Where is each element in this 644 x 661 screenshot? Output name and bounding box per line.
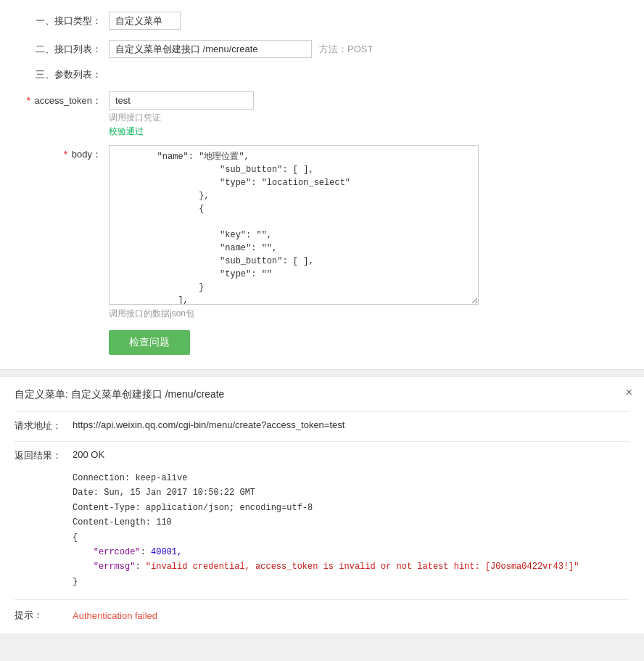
field-name-access-token: access_token： xyxy=(35,95,102,106)
divider1 xyxy=(15,411,629,412)
section1-label: 一、接口类型： xyxy=(15,15,109,28)
result-panel: 自定义菜单: 自定义菜单创建接口 /menu/create × 请求地址： ht… xyxy=(0,376,644,633)
validate-pass-text: 校验通过 xyxy=(109,126,254,138)
result-title: 自定义菜单: 自定义菜单创建接口 /menu/create xyxy=(15,388,629,401)
required-star: * xyxy=(27,95,30,106)
json-close-brace: } xyxy=(73,575,629,589)
request-label: 请求地址： xyxy=(15,419,73,432)
resp-content-length: Content-Length: 110 xyxy=(73,515,629,530)
resp-content-type: Content-Type: application/json; encoding… xyxy=(73,501,629,515)
body-label: * body： xyxy=(15,145,109,161)
body-required-star: * xyxy=(64,149,67,160)
request-url: https://api.weixin.qq.com/cgi-bin/menu/c… xyxy=(73,419,344,430)
hint-row: 提示： Authentication failed xyxy=(15,599,629,622)
json-errcode-value: 40001, xyxy=(151,547,182,557)
close-button[interactable]: × xyxy=(626,387,632,398)
section2-row: 二、接口列表： 自定义菜单创建接口 /menu/create自定义菜单查询接口 … xyxy=(15,40,629,58)
body-row: * body： "name": "地理位置", "sub_button": [ … xyxy=(15,145,629,320)
json-errcode-line: "errcode": 40001, xyxy=(73,545,629,559)
access-token-hint: 调用接口凭证 xyxy=(109,112,254,124)
resp-date: Date: Sun, 15 Jan 2017 10:50:22 GMT xyxy=(73,485,629,500)
method-label: 方法：POST xyxy=(319,43,373,56)
return-label: 返回结果： xyxy=(15,449,73,462)
return-result-row: 返回结果： 200 OK xyxy=(15,449,629,462)
body-textarea[interactable]: "name": "地理位置", "sub_button": [ ], "type… xyxy=(109,145,479,305)
section3-row: 三、参数列表： xyxy=(15,68,629,81)
body-content: "name": "地理位置", "sub_button": [ ], "type… xyxy=(109,145,479,320)
return-status: 200 OK xyxy=(73,449,104,460)
section2-label: 二、接口列表： xyxy=(15,43,109,56)
divider2 xyxy=(15,441,629,442)
access-token-content: 调用接口凭证 校验通过 xyxy=(109,91,254,138)
section1-row: 一、接口类型： 自定义菜单 基础接口 消息管理 xyxy=(15,12,629,30)
api-select-wrapper: 自定义菜单创建接口 /menu/create自定义菜单查询接口 /menu/ge… xyxy=(109,40,312,58)
json-errmsg-value: "invalid credential, access_token is inv… xyxy=(146,562,579,572)
type-select-wrapper: 自定义菜单 基础接口 消息管理 xyxy=(109,12,181,30)
access-token-row: * access_token： 调用接口凭证 校验通过 xyxy=(15,91,629,138)
body-hint: 调用接口的数据json包 xyxy=(109,308,479,320)
request-row: 请求地址： https://api.weixin.qq.com/cgi-bin/… xyxy=(15,419,629,432)
top-panel: 一、接口类型： 自定义菜单 基础接口 消息管理 二、接口列表： 自定义菜单创建接… xyxy=(0,0,644,370)
hint-label: 提示： xyxy=(15,609,73,622)
json-errmsg-key: "errmsg" xyxy=(94,562,136,572)
check-button[interactable]: 检查问题 xyxy=(109,330,190,355)
type-select[interactable]: 自定义菜单 基础接口 消息管理 xyxy=(109,12,181,30)
access-token-label: * access_token： xyxy=(15,91,109,107)
hint-value: Authentication failed xyxy=(73,610,157,621)
resp-connection: Connection: keep-alive xyxy=(73,471,629,485)
field-name-body: body： xyxy=(72,149,102,160)
access-token-input[interactable] xyxy=(109,91,254,110)
json-errcode-key: "errcode" xyxy=(94,547,141,557)
api-select[interactable]: 自定义菜单创建接口 /menu/create自定义菜单查询接口 /menu/ge… xyxy=(109,40,312,58)
section3-label: 三、参数列表： xyxy=(15,68,109,81)
response-block: Connection: keep-alive Date: Sun, 15 Jan… xyxy=(73,471,629,589)
json-open-brace: { xyxy=(73,530,629,545)
json-errmsg-line: "errmsg": "invalid credential, access_to… xyxy=(73,559,629,574)
